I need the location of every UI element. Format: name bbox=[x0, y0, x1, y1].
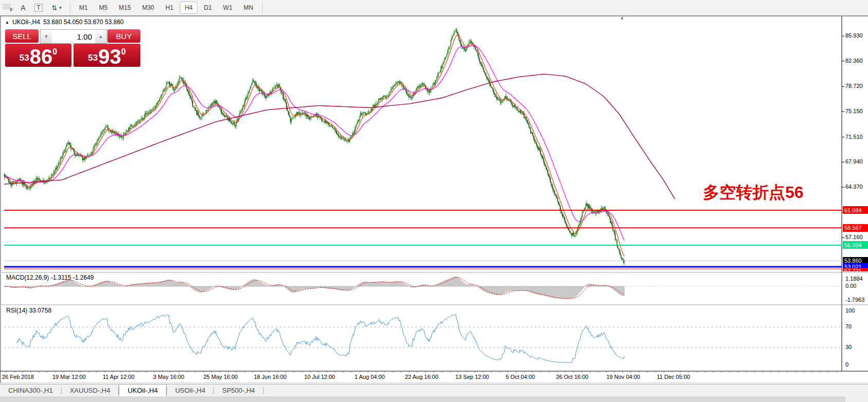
buy-price-big: 93 bbox=[98, 47, 121, 66]
price-tick-label: 67.940 bbox=[845, 158, 863, 165]
date-label: 25 May 16:00 bbox=[204, 374, 238, 380]
chart-symbol-title: UKOil-,H4 bbox=[12, 19, 40, 26]
macd-axis-label: -1.7963 bbox=[845, 297, 864, 303]
volume-input[interactable] bbox=[52, 30, 95, 43]
rsi-indicator-label: RSI(14) 33.0758 bbox=[6, 307, 51, 314]
buy-price-sup: 0 bbox=[121, 47, 126, 57]
chart-text-annotation: 多空转折点56 bbox=[703, 181, 804, 204]
rsi-line bbox=[17, 315, 624, 363]
chart-header: ▲ UKOil-,H4 53.680 54.050 53.670 53.860 bbox=[5, 19, 124, 26]
volume-decrease-button[interactable]: ▼ bbox=[41, 30, 52, 43]
price-tick-label: 78.720 bbox=[845, 83, 863, 89]
macd-indicator-label: MACD(12,26,9) -1.3115 -1.2649 bbox=[6, 274, 94, 281]
chart-tab-usoilh4[interactable]: USOil-,H4 bbox=[167, 385, 214, 396]
date-label: 3 May 16:00 bbox=[153, 374, 184, 380]
volume-increase-button[interactable]: ▲ bbox=[95, 30, 106, 43]
sell-price-small: 53 bbox=[20, 53, 29, 63]
date-label: 10 Jul 12:00 bbox=[304, 374, 335, 380]
chart-tab-sp500h4[interactable]: SP500-,H4 bbox=[214, 385, 263, 396]
date-label: 26 Oct 16:00 bbox=[556, 374, 588, 380]
date-label: 13 Sep 12:00 bbox=[455, 374, 489, 380]
price-tick-label: 85.930 bbox=[845, 32, 863, 39]
mt4-application-window: F A T ⇅ ▾ M1M5M15M30H1H4D1W1MN ▲ UKOil-,… bbox=[0, 0, 868, 402]
date-label: 11 Dec 05:00 bbox=[657, 374, 690, 380]
date-label: 18 Jun 16:00 bbox=[254, 374, 287, 380]
ma-fast-line bbox=[5, 35, 624, 256]
price-tick-label: 57.160 bbox=[845, 234, 863, 240]
buy-button[interactable]: BUY bbox=[107, 29, 140, 43]
status-bar bbox=[0, 396, 868, 402]
volume-stepper: ▼ ▲ bbox=[40, 29, 107, 44]
buy-price-small: 53 bbox=[88, 53, 98, 63]
price-tick-label: 82.360 bbox=[845, 58, 863, 64]
chart-shift-marker-icon[interactable]: ▼ bbox=[620, 16, 624, 21]
price-line-label-52.721: 52.721 bbox=[843, 268, 868, 271]
collapse-trade-panel-icon[interactable]: ▲ bbox=[5, 20, 9, 25]
macd-axis-label: 1.1884 bbox=[845, 276, 863, 282]
price-line-label-56.094: 56.094 bbox=[843, 241, 868, 249]
sell-price-sup: 0 bbox=[52, 47, 57, 57]
chart-ohlc-values: 53.680 54.050 53.670 53.860 bbox=[43, 19, 124, 26]
date-label: 5 Oct 04:00 bbox=[506, 374, 535, 380]
sell-price-display[interactable]: 53 86 0 bbox=[5, 44, 71, 67]
chart-tab-xauusdh4[interactable]: XAUUSD-,H4 bbox=[62, 385, 119, 396]
buy-price-display[interactable]: 53 93 0 bbox=[73, 44, 140, 67]
date-label: 22 Aug 16:00 bbox=[405, 374, 438, 380]
price-line-label-58.567: 58.567 bbox=[843, 224, 868, 232]
price-tick-label: 64.370 bbox=[845, 184, 863, 190]
chart-tab-ukoilh4[interactable]: UKOil-,H4 bbox=[119, 384, 167, 396]
rsi-axis-label: 0 bbox=[845, 361, 848, 368]
rsi-axis-label: 30 bbox=[845, 344, 852, 350]
tab-separator bbox=[263, 387, 264, 394]
date-label: 1 Aug 04:00 bbox=[355, 374, 385, 380]
one-click-trading-panel: SELL ▼ ▲ BUY 53 86 0 53 93 0 bbox=[5, 28, 140, 66]
date-label: 26 Feb 2018 bbox=[2, 374, 34, 380]
sell-button[interactable]: SELL bbox=[5, 29, 39, 43]
sell-price-big: 86 bbox=[30, 47, 53, 66]
rsi-axis-label: 70 bbox=[845, 323, 852, 330]
chart-tab-bar: CHINA300-,H1XAUUSD-,H4UKOil-,H4USOil-,H4… bbox=[0, 384, 868, 396]
macd-histogram-area bbox=[5, 277, 624, 299]
price-line-label-61.084: 61.084 bbox=[843, 206, 868, 214]
price-tick-label: 75.150 bbox=[845, 108, 863, 114]
date-label: 19 Mar 12:00 bbox=[52, 374, 86, 380]
chart-tab-china300h1[interactable]: CHINA300-,H1 bbox=[0, 385, 61, 396]
macd-axis-label: 0.00 bbox=[845, 283, 856, 289]
price-tick-label: 71.510 bbox=[845, 134, 863, 140]
date-label: 19 Nov 04:00 bbox=[606, 374, 640, 380]
date-label: 11 Apr 12:00 bbox=[103, 374, 135, 380]
rsi-axis-label: 100 bbox=[845, 307, 855, 314]
status-bar-corner bbox=[845, 396, 868, 402]
